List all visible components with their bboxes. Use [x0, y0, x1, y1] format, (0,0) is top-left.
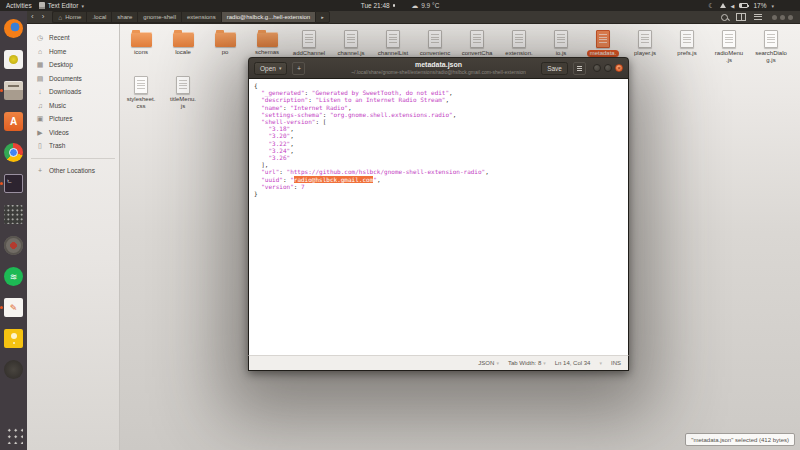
file-icon: [302, 30, 316, 48]
back-button[interactable]: ‹: [27, 13, 38, 21]
dock-icon-screenshot[interactable]: [3, 359, 24, 380]
code-line: "shell-version": [: [254, 118, 628, 125]
dock-icon-characters[interactable]: [3, 204, 24, 225]
sidebar-item-label: Pictures: [49, 115, 72, 122]
file-item-radioMenu[interactable]: radioMenu.js: [708, 28, 750, 74]
breadcrumb-item[interactable]: ⌂Home: [52, 11, 86, 23]
sidebar-item-music[interactable]: ♫Music: [27, 99, 119, 113]
running-indicator: [0, 306, 3, 309]
file-item-playerjs[interactable]: player.js: [624, 28, 666, 74]
code-line: "version": 7: [254, 183, 628, 190]
breadcrumb-label: share: [117, 14, 132, 20]
folder-icon: [131, 32, 152, 47]
file-item-searchDialo[interactable]: searchDialog.js: [750, 28, 792, 74]
running-indicator: [0, 89, 3, 92]
file-icon: [722, 30, 736, 48]
sidebar-item-documents[interactable]: ▤Documents: [27, 72, 119, 86]
new-document-button[interactable]: +: [292, 62, 305, 75]
maximize-button[interactable]: [780, 15, 785, 20]
hamburger-menu-icon[interactable]: [573, 62, 586, 75]
sidebar-item-label: Other Locations: [49, 167, 95, 174]
file-item-stylesheet[interactable]: stylesheet.css: [120, 74, 162, 120]
file-icon: [764, 30, 778, 48]
search-icon[interactable]: [721, 14, 728, 21]
downloads-icon: ↓: [36, 88, 44, 95]
dock-icon-ubuntu-software[interactable]: [3, 111, 24, 132]
dock-icon-terminal[interactable]: [3, 173, 24, 194]
cursor-position[interactable]: Ln 14, Col 34: [555, 360, 591, 366]
clock[interactable]: Tue 21:48: [361, 2, 396, 9]
dock-icon-firefox[interactable]: [3, 18, 24, 39]
sidebar-item-trash[interactable]: ▯Trash: [27, 139, 119, 153]
code-line: {: [254, 82, 628, 89]
dock-icon-spotify[interactable]: [3, 266, 24, 287]
activities-button[interactable]: Activities: [6, 2, 32, 9]
files-icon: [4, 81, 23, 100]
save-button[interactable]: Save: [541, 62, 568, 75]
breadcrumb-item[interactable]: gnome-shell: [137, 11, 181, 23]
breadcrumb-label: gnome-shell: [143, 14, 176, 20]
file-label: titleMenu.js: [170, 96, 196, 109]
open-button[interactable]: Open: [254, 62, 287, 75]
minimize-button[interactable]: [593, 64, 601, 72]
hamburger-menu-icon[interactable]: [754, 14, 762, 20]
insert-mode-indicator: INS: [611, 360, 621, 366]
forward-button[interactable]: ›: [38, 13, 49, 21]
tab-width-selector[interactable]: Tab Width: 8: [508, 360, 546, 366]
system-tray[interactable]: ☾ ◀ 17%: [708, 2, 800, 9]
minimize-button[interactable]: [772, 15, 777, 20]
sidebar-item-home[interactable]: ⌂Home: [27, 45, 119, 59]
file-label: schemas: [255, 49, 279, 56]
sidebar-item-downloads[interactable]: ↓Downloads: [27, 85, 119, 99]
sidebar-item-desktop[interactable]: ▦Desktop: [27, 58, 119, 72]
file-item-icons[interactable]: icons: [120, 28, 162, 74]
close-button[interactable]: ×: [615, 64, 623, 72]
file-item-titleMenu[interactable]: titleMenu.js: [162, 74, 204, 120]
sidebar-item-recent[interactable]: ◷Recent: [27, 31, 119, 45]
divider: [31, 158, 115, 159]
editor-status-bar: JSON Tab Width: 8 Ln 14, Col 34 INS: [248, 355, 629, 371]
dock: [0, 11, 27, 450]
dock-icon-tweaks[interactable]: [3, 235, 24, 256]
file-icon: [554, 30, 568, 48]
code-line: "_generated": "Generated by SweetTooth, …: [254, 89, 628, 96]
screenshot-icon: [4, 360, 23, 379]
breadcrumb-label: Home: [65, 14, 81, 20]
code-line: "3.22",: [254, 140, 628, 147]
dock-icon-show-apps[interactable]: [3, 424, 24, 445]
code-line: "3.24",: [254, 147, 628, 154]
sidebar-item-videos[interactable]: ▶Videos: [27, 126, 119, 140]
file-item-po[interactable]: po: [204, 28, 246, 74]
file-icon: [596, 30, 610, 48]
breadcrumb-item[interactable]: share: [111, 11, 137, 23]
editor-text-area[interactable]: { "_generated": "Generated by SweetTooth…: [248, 79, 629, 355]
code-line: "3.20",: [254, 132, 628, 139]
dock-icon-chrome[interactable]: [3, 142, 24, 163]
dock-icon-files[interactable]: [3, 80, 24, 101]
dock-icon-notes[interactable]: [3, 328, 24, 349]
characters-icon: [4, 205, 23, 224]
sidebar-item-pictures[interactable]: ▣Pictures: [27, 112, 119, 126]
close-button[interactable]: [788, 15, 793, 20]
dock-icon-text-editor[interactable]: [3, 297, 24, 318]
app-menu[interactable]: Text Editor: [39, 2, 84, 9]
breadcrumb-sibling-button[interactable]: ▸: [315, 11, 330, 23]
text-editor-window: Open + metadata.json ~/.local/share/gnom…: [248, 57, 629, 371]
sidebar-item-other-locations[interactable]: + Other Locations: [27, 164, 119, 178]
file-item-locale[interactable]: locale: [162, 28, 204, 74]
language-selector[interactable]: JSON: [478, 360, 499, 366]
maximize-button[interactable]: [604, 64, 612, 72]
file-label: stylesheet.css: [127, 96, 156, 109]
file-icon: [134, 76, 148, 94]
view-toggle-icon[interactable]: [736, 13, 746, 21]
breadcrumb-item[interactable]: .local: [86, 11, 111, 23]
breadcrumb-item[interactable]: extensions: [181, 11, 221, 23]
file-label: icons: [134, 49, 148, 56]
dock-icon-media-player[interactable]: [3, 49, 24, 70]
selected-text: radio@hslbck.gmail.com: [294, 176, 373, 183]
file-item-prefsjs[interactable]: prefs.js: [666, 28, 708, 74]
sidebar-item-label: Videos: [49, 129, 69, 136]
chrome-icon: [4, 143, 23, 162]
breadcrumb-item[interactable]: radio@hslbck.g...hell-extension: [221, 11, 315, 23]
top-bar: Activities Text Editor Tue 21:48 ☁ 9.9 °…: [0, 0, 800, 11]
